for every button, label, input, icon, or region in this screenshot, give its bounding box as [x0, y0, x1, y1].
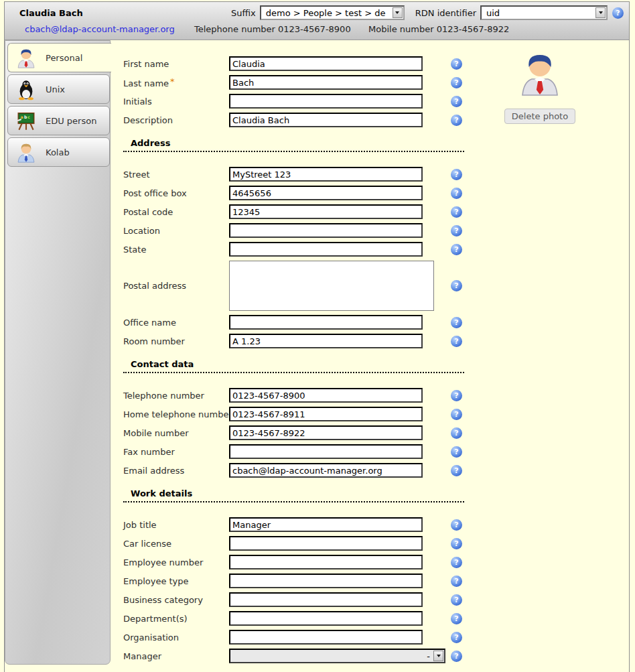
business-category-input[interactable]: [229, 592, 423, 607]
initials-input[interactable]: [229, 94, 423, 109]
email-address-input[interactable]: [229, 463, 423, 478]
mobile-number-input[interactable]: [229, 425, 423, 440]
help-icon[interactable]: ?: [451, 188, 462, 199]
svg-text:c: c: [27, 114, 30, 119]
account-edit-dialog: Claudia Bach Suffix demo > People > test…: [4, 1, 630, 672]
help-icon[interactable]: ?: [451, 96, 462, 107]
sidebar-tab-unix[interactable]: Unix: [7, 74, 110, 104]
manager-label: Manager: [123, 651, 229, 661]
suffix-label: Suffix: [231, 8, 256, 18]
location-input[interactable]: [229, 223, 423, 238]
help-icon[interactable]: ?: [451, 58, 462, 70]
required-asterisk: *: [170, 76, 175, 86]
form-row-organisation: Organisation?: [123, 630, 629, 645]
svg-text:a: a: [21, 114, 23, 119]
state-input[interactable]: [229, 242, 423, 257]
employee-number-input[interactable]: [229, 555, 423, 569]
office-name-input[interactable]: [229, 315, 423, 330]
employee-number-label: Employee number: [123, 557, 229, 567]
manager-select[interactable]: -: [229, 649, 445, 663]
help-icon[interactable]: ?: [451, 409, 462, 420]
help-icon[interactable]: ?: [451, 115, 462, 126]
delete-photo-button[interactable]: Delete photo: [504, 109, 575, 124]
form-row-postal-code: Postal code?: [123, 204, 629, 219]
form-row-home-telephone-number: Home telephone number?: [123, 407, 629, 421]
job-title-label: Job title: [123, 520, 229, 530]
help-icon[interactable]: ?: [451, 538, 462, 549]
post-office-box-label: Post office box: [123, 188, 229, 198]
help-icon[interactable]: ?: [451, 651, 462, 662]
suffix-select[interactable]: demo > People > test > de: [260, 5, 405, 20]
help-icon[interactable]: ?: [451, 427, 462, 439]
post-office-box-input[interactable]: [229, 186, 423, 200]
organisation-label: Organisation: [123, 632, 229, 643]
postal-code-input[interactable]: [229, 204, 423, 219]
last-name-label: Last name*: [123, 76, 229, 88]
help-icon[interactable]: ?: [451, 390, 462, 401]
help-icon[interactable]: ?: [612, 7, 624, 19]
help-icon[interactable]: ?: [451, 336, 462, 347]
chevron-down-icon[interactable]: [433, 651, 443, 661]
help-icon[interactable]: ?: [451, 244, 462, 255]
help-icon[interactable]: ?: [451, 225, 462, 237]
street-label: Street: [123, 170, 229, 180]
sidebar-tab-edu-person[interactable]: abcEDU person: [7, 106, 110, 135]
form-row-room-number: Room number?: [123, 334, 629, 348]
first-name-input[interactable]: [229, 56, 423, 71]
employee-type-label: Employee type: [123, 576, 229, 586]
help-icon[interactable]: ?: [451, 594, 462, 606]
location-label: Location: [123, 226, 229, 236]
module-tab-list: PersonalUnixabcEDU personKolab: [5, 40, 111, 665]
header-telephone-text: Telephone number 0123-4567-8900: [194, 24, 351, 34]
chevron-down-icon[interactable]: [595, 7, 606, 18]
department-s-input[interactable]: [229, 611, 423, 626]
employee-type-input[interactable]: [229, 574, 423, 588]
chevron-down-icon[interactable]: [393, 7, 403, 18]
fax-number-input[interactable]: [229, 444, 423, 459]
svg-text:b: b: [24, 114, 27, 119]
postal-address-textarea[interactable]: [229, 261, 434, 311]
form-row-business-category: Business category?: [123, 592, 629, 607]
help-icon[interactable]: ?: [451, 169, 462, 180]
section-title-address: Address: [123, 138, 464, 152]
help-icon[interactable]: ?: [451, 576, 462, 587]
form-row-location: Location?: [123, 223, 629, 238]
sidebar-tab-personal[interactable]: Personal: [7, 43, 111, 72]
job-title-input[interactable]: [229, 517, 423, 532]
help-icon[interactable]: ?: [451, 519, 462, 531]
help-icon[interactable]: ?: [451, 613, 462, 624]
help-icon[interactable]: ?: [451, 280, 462, 291]
postal-address-label: Postal address: [123, 281, 229, 291]
rdn-select[interactable]: uid: [480, 5, 608, 20]
help-icon[interactable]: ?: [451, 557, 462, 568]
help-icon[interactable]: ?: [451, 77, 462, 88]
form-row-employee-type: Employee type?: [123, 574, 629, 588]
description-input[interactable]: [229, 113, 423, 127]
telephone-number-input[interactable]: [229, 388, 423, 403]
photo-column: Delete photo: [502, 50, 577, 124]
home-telephone-number-label: Home telephone number: [123, 409, 229, 419]
help-icon[interactable]: ?: [451, 465, 462, 476]
street-input[interactable]: [229, 167, 423, 182]
room-number-input[interactable]: [229, 334, 423, 348]
fax-number-label: Fax number: [123, 447, 229, 457]
organisation-input[interactable]: [229, 630, 423, 645]
home-telephone-number-input[interactable]: [229, 407, 423, 421]
sidebar-tab-kolab[interactable]: Kolab: [7, 137, 110, 167]
form-row-car-license: Car license?: [123, 536, 629, 551]
form-row-fax-number: Fax number?: [123, 444, 629, 459]
car-license-input[interactable]: [229, 536, 423, 551]
header-mobile-text: Mobile number 0123-4567-8922: [368, 24, 509, 34]
form-row-department-s: Department(s)?: [123, 611, 629, 626]
sidebar-tab-label: Unix: [46, 84, 65, 94]
help-icon[interactable]: ?: [451, 632, 462, 643]
last-name-input[interactable]: [229, 75, 423, 90]
description-label: Description: [123, 115, 229, 125]
form-row-employee-number: Employee number?: [123, 555, 629, 569]
help-icon[interactable]: ?: [451, 446, 462, 458]
help-icon[interactable]: ?: [451, 206, 462, 218]
initials-label: Initials: [123, 96, 229, 107]
state-label: State: [123, 245, 229, 255]
help-icon[interactable]: ?: [451, 317, 462, 328]
account-email-link[interactable]: cbach@ldap-account-manager.org: [25, 24, 175, 34]
